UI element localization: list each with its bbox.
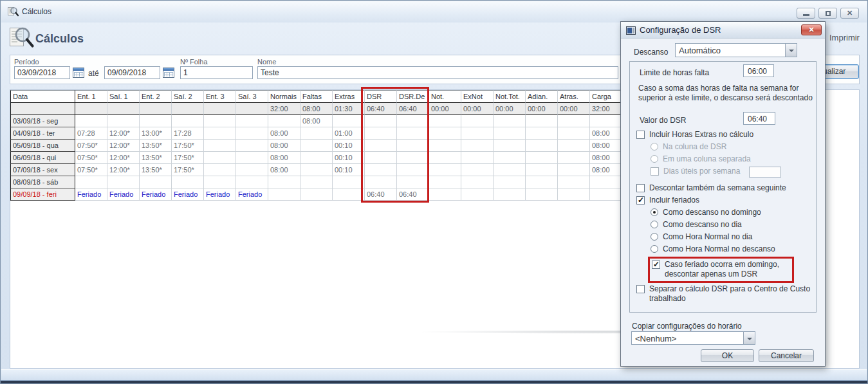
radio-icon[interactable] bbox=[651, 245, 658, 253]
value-cell[interactable]: 07:28 bbox=[75, 127, 107, 140]
radio-icon[interactable] bbox=[651, 221, 658, 228]
value-cell[interactable]: 00:10 bbox=[333, 140, 365, 152]
value-cell[interactable] bbox=[236, 176, 268, 188]
value-cell[interactable] bbox=[172, 115, 204, 127]
value-cell[interactable] bbox=[461, 176, 494, 188]
imprimir-button[interactable]: Imprimir bbox=[829, 33, 860, 42]
value-cell[interactable] bbox=[429, 127, 461, 140]
value-cell[interactable] bbox=[526, 152, 558, 164]
value-cell[interactable] bbox=[204, 115, 236, 127]
value-cell[interactable] bbox=[526, 140, 558, 152]
chevron-down-icon[interactable] bbox=[743, 332, 755, 344]
value-cell[interactable]: 17:50* bbox=[172, 152, 204, 164]
value-cell[interactable]: 08:00 bbox=[268, 127, 300, 140]
date-from-input[interactable]: 03/09/2018 bbox=[14, 66, 70, 79]
date-cell[interactable]: 04/09/18 - ter bbox=[10, 127, 75, 140]
value-cell[interactable]: 07:50* bbox=[75, 152, 107, 164]
value-cell[interactable] bbox=[526, 164, 558, 176]
close-button[interactable]: ✕ bbox=[840, 8, 859, 19]
value-cell[interactable] bbox=[204, 152, 236, 164]
value-cell[interactable] bbox=[268, 176, 300, 188]
value-cell[interactable] bbox=[494, 164, 526, 176]
value-cell[interactable] bbox=[365, 164, 397, 176]
value-cell[interactable] bbox=[333, 115, 365, 127]
value-cell[interactable]: 13:50* bbox=[140, 152, 172, 164]
checkbox-option-incluir-feriados[interactable]: Incluir feriados bbox=[636, 196, 815, 205]
limite-input[interactable]: 06:00 bbox=[743, 64, 774, 77]
value-cell[interactable]: 07:50* bbox=[75, 140, 107, 152]
copiar-combobox[interactable]: <Nenhum> bbox=[631, 331, 755, 345]
value-cell[interactable]: 08:00 bbox=[300, 115, 333, 127]
value-cell[interactable] bbox=[204, 127, 236, 140]
value-cell[interactable] bbox=[300, 140, 333, 152]
value-cell[interactable] bbox=[333, 176, 365, 188]
value-cell[interactable]: 07:50* bbox=[75, 164, 107, 176]
value-cell[interactable] bbox=[140, 176, 172, 188]
date-cell[interactable]: 07/09/18 - sex bbox=[10, 164, 75, 176]
value-cell[interactable] bbox=[397, 164, 429, 176]
date-cell[interactable]: 08/09/18 - sáb bbox=[10, 176, 75, 188]
value-cell[interactable] bbox=[172, 176, 204, 188]
value-cell[interactable] bbox=[365, 115, 397, 127]
value-cell[interactable] bbox=[558, 164, 590, 176]
value-cell[interactable]: Feriado bbox=[172, 188, 204, 201]
dialog-close-button[interactable]: ✕ bbox=[801, 24, 822, 35]
radio-option-como-descanso-no-dia[interactable]: Como descanso no dia bbox=[651, 220, 815, 230]
value-cell[interactable]: Feriado bbox=[107, 188, 140, 201]
value-cell[interactable] bbox=[461, 127, 494, 140]
value-cell[interactable] bbox=[461, 152, 494, 164]
value-cell[interactable] bbox=[558, 115, 590, 127]
value-cell[interactable] bbox=[397, 127, 429, 140]
date-to-input[interactable]: 09/09/2018 bbox=[104, 66, 160, 79]
value-cell[interactable]: Feriado bbox=[236, 188, 268, 201]
value-cell[interactable] bbox=[558, 140, 590, 152]
date-cell[interactable]: 03/09/18 - seg bbox=[10, 115, 75, 127]
radio-option-como-descanso-no-domingo[interactable]: Como descanso no domingo bbox=[651, 208, 815, 217]
value-cell[interactable] bbox=[494, 140, 526, 152]
value-cell[interactable] bbox=[590, 176, 622, 188]
value-cell[interactable]: 08:00 bbox=[590, 152, 622, 164]
checkbox-icon[interactable] bbox=[636, 131, 645, 139]
dialog-titlebar[interactable]: Configuração de DSR ✕ bbox=[621, 22, 825, 39]
value-cell[interactable] bbox=[526, 127, 558, 140]
value-cell[interactable]: 06:40 bbox=[397, 188, 429, 201]
value-cell[interactable] bbox=[494, 188, 526, 201]
value-cell[interactable] bbox=[236, 115, 268, 127]
value-cell[interactable]: 08:00 bbox=[268, 152, 300, 164]
value-cell[interactable] bbox=[461, 188, 494, 201]
value-cell[interactable] bbox=[429, 164, 461, 176]
value-cell[interactable]: 06:40 bbox=[365, 188, 397, 201]
value-cell[interactable] bbox=[590, 115, 622, 127]
calendar-icon-to[interactable] bbox=[163, 68, 174, 78]
chevron-down-icon[interactable] bbox=[785, 44, 797, 57]
value-cell[interactable] bbox=[558, 188, 590, 201]
value-cell[interactable]: Feriado bbox=[140, 188, 172, 201]
value-cell[interactable]: 13:50* bbox=[140, 140, 172, 152]
value-cell[interactable] bbox=[397, 152, 429, 164]
checkbox-icon[interactable] bbox=[652, 261, 660, 269]
checkbox-icon[interactable] bbox=[636, 184, 645, 192]
value-cell[interactable]: 13:00* bbox=[140, 127, 172, 140]
value-cell[interactable]: 00:10 bbox=[333, 152, 365, 164]
value-cell[interactable] bbox=[365, 140, 397, 152]
value-cell[interactable]: 08:00 bbox=[590, 127, 622, 140]
value-cell[interactable] bbox=[204, 164, 236, 176]
radio-icon[interactable] bbox=[651, 208, 658, 216]
value-cell[interactable]: 08:00 bbox=[590, 164, 622, 176]
cancel-button[interactable]: Cancelar bbox=[759, 349, 814, 362]
value-cell[interactable] bbox=[107, 176, 140, 188]
value-cell[interactable] bbox=[526, 115, 558, 127]
value-cell[interactable]: 17:28 bbox=[172, 127, 204, 140]
value-cell[interactable]: 08:00 bbox=[268, 140, 300, 152]
valor-dsr-input[interactable]: 06:40 bbox=[743, 112, 775, 125]
value-cell[interactable]: 12:00* bbox=[107, 127, 140, 140]
value-cell[interactable] bbox=[461, 140, 494, 152]
window-titlebar[interactable]: Cálculos ✕ bbox=[1, 1, 867, 23]
value-cell[interactable]: 12:00* bbox=[107, 152, 140, 164]
value-cell[interactable]: 08:00 bbox=[590, 140, 622, 152]
checkbox-option-caso-feriado-ocorra-em-domingo[interactable]: Caso feriado ocorra em domingo, desconta… bbox=[652, 260, 790, 279]
value-cell[interactable] bbox=[590, 188, 622, 201]
value-cell[interactable] bbox=[300, 188, 333, 201]
value-cell[interactable] bbox=[494, 152, 526, 164]
value-cell[interactable] bbox=[494, 127, 526, 140]
